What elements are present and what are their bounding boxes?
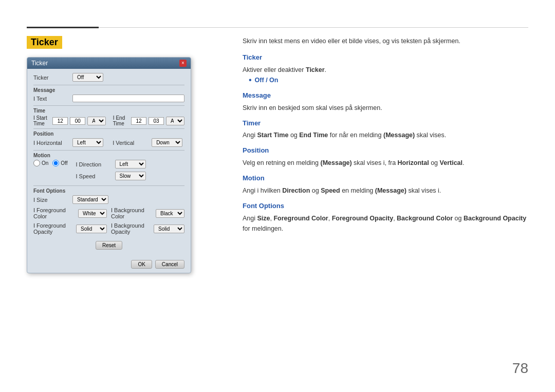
position-section-label: Position <box>33 131 184 137</box>
motion-on-radio[interactable] <box>33 160 40 166</box>
fg-color-row: I Foreground Color White Black <box>33 207 107 219</box>
bg-opacity-select[interactable]: Solid Transparent <box>154 225 184 233</box>
motion-on-label: On <box>42 160 48 166</box>
dialog-position-row: I Horizontal Left Right I Vertical Down … <box>33 138 184 147</box>
motion-radio-row: On Off <box>33 160 68 166</box>
section-motion-body: Angi i hvilken Direction og Speed en mel… <box>243 185 528 196</box>
end-time-label: I End Time <box>113 115 129 126</box>
start-ampm-select[interactable]: AM PM <box>87 117 106 125</box>
start-min-input[interactable] <box>70 117 85 125</box>
motion-off-label: Off <box>61 160 67 166</box>
motion-section-label: Motion <box>33 153 184 158</box>
dialog-footer: OK Cancel <box>27 257 191 273</box>
reset-button[interactable]: Reset <box>96 241 122 250</box>
dialog-titlebar: Ticker × <box>27 58 191 69</box>
section-timer: Timer Angi Start Time og End Time for nå… <box>243 118 528 141</box>
bg-opacity-label: I Background Opacity <box>111 222 151 235</box>
font-options-section-label: Font Options <box>33 188 184 194</box>
motion-off-item: Off <box>52 160 67 166</box>
motion-options: I Direction Left Right I Speed Slow Norm… <box>76 160 185 183</box>
bg-color-row: I Background Color Black White <box>111 207 184 219</box>
ticker-bullet-text: Off / On <box>255 75 279 85</box>
fg-opacity-label: I Foreground Opacity <box>33 222 73 235</box>
section-motion: Motion Angi i hvilken Direction og Speed… <box>243 173 528 196</box>
divider-5 <box>33 185 184 186</box>
dialog-ticker-row: Ticker Off On <box>33 73 184 82</box>
section-ticker-body: Aktiver eller deaktiver Ticker. <box>243 65 528 75</box>
speed-select[interactable]: Slow Normal Fast <box>115 172 146 180</box>
direction-select[interactable]: Left Right <box>115 160 146 169</box>
motion-off-radio[interactable] <box>52 160 59 166</box>
fg-color-select[interactable]: White Black <box>78 209 107 218</box>
page-content: Ticker Ticker × Ticker Off On Message <box>0 0 555 300</box>
ticker-heading: Ticker <box>27 36 62 49</box>
section-motion-title: Motion <box>243 173 528 184</box>
left-panel: Ticker Ticker × Ticker Off On Message <box>27 36 222 273</box>
message-section-label: Message <box>33 87 184 93</box>
divider-3 <box>33 128 184 129</box>
section-font-title: Font Options <box>243 201 528 212</box>
start-time-label: I Start Time <box>33 115 50 126</box>
bg-opacity-row: I Background Opacity Solid Transparent <box>111 222 184 235</box>
speed-label: I Speed <box>76 173 112 179</box>
message-input[interactable] <box>72 95 184 102</box>
ok-button[interactable]: OK <box>131 260 152 269</box>
thick-line <box>27 27 99 28</box>
top-decorative-lines <box>0 27 555 28</box>
section-position: Position Velg en retning en melding (Mes… <box>243 145 528 168</box>
vertical-select[interactable]: Down Up <box>152 138 182 147</box>
thin-line <box>99 27 528 28</box>
bg-color-label: I Background Color <box>111 207 153 219</box>
fg-opacity-select[interactable]: Solid Transparent <box>76 225 107 233</box>
section-ticker: Ticker Aktiver eller deaktiver Ticker. •… <box>243 52 528 85</box>
ticker-dialog: Ticker × Ticker Off On Message I Text <box>27 57 191 273</box>
bg-color-select[interactable]: Black White <box>156 209 184 218</box>
dialog-body: Ticker Off On Message I Text Time <box>27 69 191 257</box>
bullet-dot-1: • <box>249 75 252 85</box>
size-row: I Size Standard Small Large <box>33 195 184 204</box>
ticker-field-label: Ticker <box>33 74 69 81</box>
divider-4 <box>33 150 184 151</box>
fg-color-col: I Foreground Color White Black I Foregro… <box>33 207 107 238</box>
direction-label: I Direction <box>76 161 112 167</box>
section-message-body: Skriv inn en beskjed som skal vises på s… <box>243 103 528 113</box>
direction-row: I Direction Left Right <box>76 160 185 169</box>
bg-color-col: I Background Color Black White I Backgro… <box>111 207 184 238</box>
size-select[interactable]: Standard Small Large <box>72 195 108 204</box>
dialog-title: Ticker <box>31 60 48 67</box>
ticker-select[interactable]: Off On <box>72 73 103 82</box>
horizontal-label: I Horizontal <box>33 140 69 146</box>
section-timer-body: Angi Start Time og End Time for når en m… <box>243 130 528 140</box>
divider-1 <box>33 85 184 85</box>
page-number: 78 <box>512 360 528 377</box>
speed-row: I Speed Slow Normal Fast <box>76 172 185 180</box>
vertical-label: I Vertical <box>113 140 149 146</box>
right-panel: Skriv inn tekst mens en video eller et b… <box>243 36 528 273</box>
color-rows: I Foreground Color White Black I Foregro… <box>33 207 184 238</box>
time-section-label: Time <box>33 108 184 114</box>
motion-on-item: On <box>33 160 48 166</box>
section-font-body: Angi Size, Foreground Color, Foreground … <box>243 213 528 234</box>
section-ticker-title: Ticker <box>243 52 528 63</box>
dialog-message-row: I Text <box>33 95 184 102</box>
fg-opacity-row: I Foreground Opacity Solid Transparent <box>33 222 107 235</box>
end-hour-input[interactable] <box>131 117 146 125</box>
divider-2 <box>33 105 184 106</box>
section-font-options: Font Options Angi Size, Foreground Color… <box>243 201 528 234</box>
fg-color-label: I Foreground Color <box>33 207 75 219</box>
cancel-button[interactable]: Cancel <box>155 260 184 269</box>
start-hour-input[interactable] <box>52 117 68 125</box>
text-field-label: I Text <box>33 96 69 102</box>
end-min-input[interactable] <box>149 117 164 125</box>
dialog-close-button[interactable]: × <box>179 60 187 67</box>
section-position-body: Velg en retning en melding (Message) ska… <box>243 158 528 168</box>
section-message-title: Message <box>243 90 528 101</box>
horizontal-select[interactable]: Left Right <box>72 138 103 147</box>
size-label: I Size <box>33 197 69 203</box>
ticker-bullet: • Off / On <box>249 75 528 85</box>
intro-text: Skriv inn tekst mens en video eller et b… <box>243 36 528 46</box>
section-position-title: Position <box>243 145 528 156</box>
section-message: Message Skriv inn en beskjed som skal vi… <box>243 90 528 113</box>
section-timer-title: Timer <box>243 118 528 129</box>
end-ampm-select[interactable]: AM PM <box>166 117 184 125</box>
